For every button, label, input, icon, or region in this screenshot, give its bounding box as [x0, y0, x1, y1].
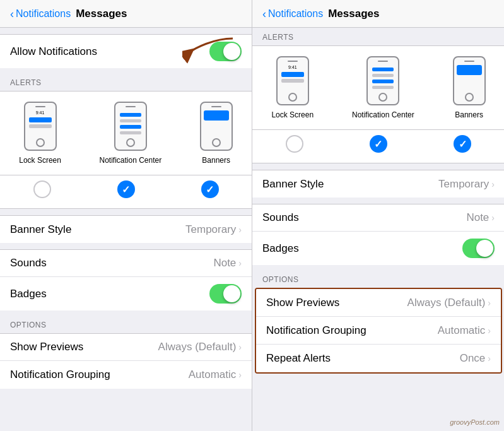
right-badges-label: Badges [262, 242, 299, 255]
left-notification-phone-icon [114, 102, 147, 151]
left-back-button[interactable]: ‹ Notifications [10, 8, 71, 20]
left-nav-title: Messages [76, 8, 127, 20]
right-notification-grouping-label: Notification Grouping [266, 324, 366, 337]
right-back-chevron-icon: ‹ [262, 8, 266, 20]
right-repeat-alerts-value: Once › [460, 352, 491, 365]
right-sounds-row[interactable]: Sounds Note › [252, 204, 504, 232]
left-alerts-row: 9:41 Lock Screen Notification Center [0, 91, 252, 175]
right-alert-banners[interactable]: Banners [453, 56, 486, 119]
left-notification-checkbox[interactable]: ✓ [117, 180, 135, 198]
left-notification-grouping-row[interactable]: Notification Grouping Automatic › [0, 361, 252, 389]
right-banners-phone-icon [453, 56, 486, 105]
left-notification-label: Notification Center [99, 156, 161, 165]
left-show-previews-row[interactable]: Show Previews Always (Default) › [0, 333, 252, 361]
left-banners-phone-icon [200, 102, 233, 151]
right-show-previews-chevron: › [488, 298, 491, 308]
right-banner-style-label: Banner Style [262, 178, 324, 191]
left-banner-style-chevron: › [238, 225, 242, 235]
right-nav-title: Messages [328, 8, 379, 20]
left-badges-row: Badges [0, 277, 252, 310]
left-banner-style-row[interactable]: Banner Style Temporary › [0, 215, 252, 243]
left-notification-grouping-chevron: › [238, 370, 242, 380]
right-show-previews-label: Show Previews [266, 297, 339, 309]
left-lockscreen-checkbox[interactable] [33, 180, 51, 198]
right-banners-checkbox[interactable]: ✓ [454, 135, 471, 153]
left-options-section: Show Previews Always (Default) › Notific… [0, 333, 252, 389]
right-back-label: Notifications [268, 8, 323, 20]
left-notification-grouping-label: Notification Grouping [10, 369, 110, 381]
left-lockscreen-label: Lock Screen [19, 156, 61, 165]
right-notification-checkbox[interactable]: ✓ [370, 135, 387, 153]
right-banner-style-value: Temporary › [438, 178, 495, 191]
right-alerts-row: 9:41 Lock Screen Notification Center [252, 45, 504, 130]
right-back-button[interactable]: ‹ Notifications [262, 8, 323, 20]
right-notification-grouping-chevron: › [488, 326, 491, 336]
right-panel: ‹ Notifications Messages ALERTS 9:41 Loc… [252, 0, 504, 431]
allow-notifications-label: Allow Notifications [10, 45, 97, 58]
right-nav-bar: ‹ Notifications Messages [252, 0, 504, 28]
left-lockscreen-phone-icon: 9:41 [24, 102, 57, 151]
left-alert-notification[interactable]: Notification Center [99, 102, 161, 165]
left-banner-style-label: Banner Style [10, 223, 71, 236]
left-banners-checkbox[interactable]: ✓ [201, 180, 219, 198]
right-notification-grouping-value: Automatic › [438, 324, 491, 337]
left-options-header: OPTIONS [0, 310, 252, 333]
left-show-previews-value: Always (Default) › [158, 341, 242, 353]
left-checkboxes-row: ✓ ✓ [0, 175, 252, 209]
left-badges-toggle[interactable] [209, 284, 242, 304]
right-lockscreen-checkbox[interactable] [286, 135, 303, 153]
right-lockscreen-phone-icon: 9:41 [276, 56, 309, 105]
left-alert-banners[interactable]: Banners [200, 102, 233, 165]
left-badges-label: Badges [10, 288, 47, 300]
left-sounds-value: Note › [213, 257, 242, 269]
left-sounds-chevron: › [238, 258, 242, 268]
right-sounds-value: Note › [466, 211, 495, 224]
left-banner-style-value: Temporary › [185, 223, 242, 236]
right-options-header: OPTIONS [252, 265, 504, 288]
left-alerts-header: ALERTS [0, 68, 252, 91]
right-badges-toggle[interactable] [462, 239, 495, 258]
left-show-previews-chevron: › [238, 342, 242, 352]
right-checkboxes-row: ✓ ✓ [252, 130, 504, 163]
right-lockscreen-label: Lock Screen [271, 110, 314, 119]
left-show-previews-label: Show Previews [10, 341, 83, 353]
right-repeat-alerts-row[interactable]: Repeat Alerts Once › [256, 345, 501, 372]
right-notification-grouping-row[interactable]: Notification Grouping Automatic › [256, 317, 501, 345]
right-banners-label: Banners [455, 110, 483, 119]
right-notification-label: Notification Center [352, 110, 414, 119]
right-alerts-header: ALERTS [252, 28, 504, 45]
right-repeat-alerts-label: Repeat Alerts [266, 352, 331, 365]
right-repeat-alerts-chevron: › [488, 353, 491, 363]
left-sounds-label: Sounds [10, 257, 47, 269]
right-sounds-chevron: › [491, 213, 495, 223]
right-banner-style-row[interactable]: Banner Style Temporary › [252, 170, 504, 198]
watermark: groovyPost.com [450, 418, 500, 426]
right-show-previews-value: Always (Default) › [407, 297, 491, 309]
right-badges-row: Badges [252, 232, 504, 265]
right-sounds-label: Sounds [262, 211, 299, 224]
right-alert-notification[interactable]: Notification Center [352, 56, 414, 119]
right-show-previews-row[interactable]: Show Previews Always (Default) › [256, 289, 501, 317]
right-alert-lockscreen[interactable]: 9:41 Lock Screen [271, 56, 314, 119]
left-sounds-row[interactable]: Sounds Note › [0, 249, 252, 277]
left-alert-lockscreen[interactable]: 9:41 Lock Screen [19, 102, 61, 165]
left-back-chevron-icon: ‹ [10, 8, 14, 20]
arrow-annotation [182, 35, 239, 66]
right-options-box: Show Previews Always (Default) › Notific… [255, 288, 502, 374]
left-panel: ‹ Notifications Messages Allow Notificat… [0, 0, 252, 431]
left-nav-bar: ‹ Notifications Messages [0, 0, 252, 28]
right-banner-style-chevron: › [491, 179, 495, 189]
right-notification-phone-icon [366, 56, 399, 105]
left-back-label: Notifications [16, 8, 71, 20]
left-notification-grouping-value: Automatic › [189, 369, 242, 381]
left-banners-label: Banners [202, 156, 230, 165]
